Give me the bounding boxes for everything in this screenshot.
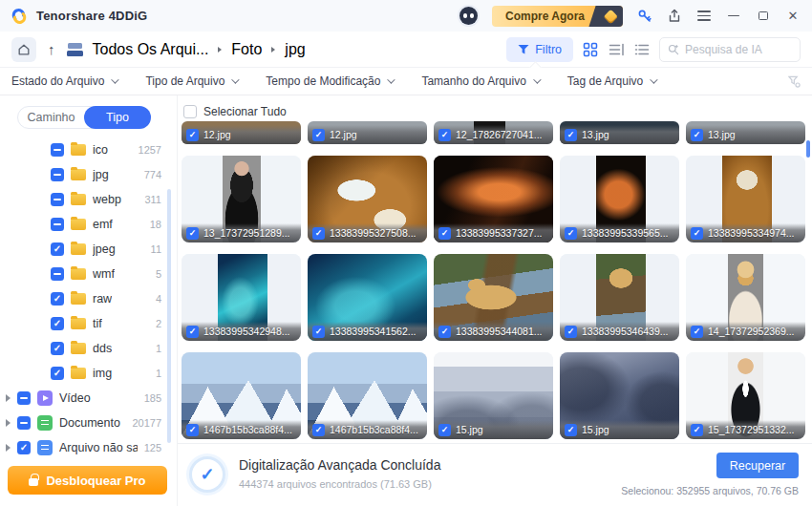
file-checkbox[interactable]: [186, 129, 199, 141]
minimize-button[interactable]: [726, 9, 741, 24]
file-checkbox[interactable]: [691, 129, 703, 141]
breadcrumb-current[interactable]: jpg: [285, 41, 305, 58]
file-tile[interactable]: 15.jpg: [434, 352, 553, 439]
filter-file-tag[interactable]: Tag de Arquivo: [567, 74, 655, 88]
breadcrumb-folder[interactable]: Foto: [231, 41, 262, 58]
file-checkbox[interactable]: [312, 129, 325, 141]
sidebar-group-document[interactable]: Documento 20177: [0, 411, 177, 435]
file-checkbox[interactable]: [565, 129, 577, 141]
file-tile[interactable]: 12.jpg: [308, 121, 427, 144]
file-checkbox[interactable]: [312, 227, 325, 240]
sidebar-item-jpeg[interactable]: jpeg 11: [0, 237, 177, 262]
checkbox[interactable]: [51, 193, 64, 206]
sidebar-scrollbar[interactable]: [167, 189, 171, 443]
file-tile[interactable]: 1467b15b3ca88f4...: [308, 352, 427, 439]
checkbox[interactable]: [51, 342, 64, 355]
expand-arrow-icon[interactable]: [6, 444, 11, 452]
sidebar-item-emf[interactable]: emf 18: [0, 212, 177, 237]
file-checkbox[interactable]: [565, 326, 577, 338]
sidebar-item-dds[interactable]: dds 1: [0, 336, 177, 361]
unlock-pro-button[interactable]: Desbloquear Pro: [8, 466, 167, 495]
assistant-bot-icon[interactable]: [459, 7, 478, 25]
filter-modified-time[interactable]: Tempo de Modificação: [266, 74, 393, 88]
file-checkbox[interactable]: [691, 326, 703, 338]
home-button[interactable]: [11, 37, 36, 62]
file-tile[interactable]: 13383995342948...: [182, 254, 301, 341]
reset-filter-icon[interactable]: [788, 75, 801, 88]
file-tile[interactable]: 15.jpg: [560, 352, 679, 439]
filter-button[interactable]: Filtro: [506, 37, 573, 62]
detail-list-view-icon[interactable]: [633, 41, 651, 58]
file-tile[interactable]: 13383995327508...: [308, 156, 427, 242]
file-checkbox[interactable]: [312, 326, 325, 338]
tab-path[interactable]: Caminho: [18, 111, 84, 124]
file-tile[interactable]: 13.jpg: [560, 121, 679, 144]
file-tile[interactable]: 13383995346439...: [560, 254, 679, 341]
sidebar-item-tif[interactable]: tif 2: [0, 311, 177, 336]
buy-now-button[interactable]: Compre Agora: [492, 6, 623, 27]
share-icon[interactable]: [667, 9, 682, 24]
file-checkbox[interactable]: [565, 227, 577, 240]
file-tile[interactable]: 13_17372951289...: [182, 156, 301, 242]
checkbox[interactable]: [51, 317, 64, 330]
grid-scrollbar[interactable]: [806, 140, 810, 158]
recover-button[interactable]: Recuperar: [716, 453, 799, 478]
sidebar-item-jpg[interactable]: jpg 774: [0, 162, 177, 187]
expand-arrow-icon[interactable]: [6, 419, 11, 427]
filter-file-type[interactable]: Tipo de Arquivo: [145, 74, 237, 88]
sidebar-item-img[interactable]: img 1: [0, 361, 177, 386]
checkbox[interactable]: [17, 416, 31, 430]
checkbox[interactable]: [51, 168, 64, 181]
checkbox[interactable]: [51, 242, 64, 256]
file-tile[interactable]: 13383995341562...: [308, 254, 427, 341]
file-checkbox[interactable]: [186, 326, 199, 338]
checkbox[interactable]: [17, 441, 31, 454]
checkbox[interactable]: [51, 218, 64, 231]
filter-file-state[interactable]: Estado do Arquivo: [11, 74, 117, 88]
list-view-icon[interactable]: [608, 41, 625, 58]
file-tile[interactable]: 13383995337327...: [434, 156, 553, 242]
sidebar-item-raw[interactable]: raw 4: [0, 286, 177, 311]
tab-type[interactable]: Tipo: [84, 106, 151, 129]
file-tile[interactable]: 13383995334974...: [686, 156, 805, 242]
license-key-icon[interactable]: [637, 9, 652, 24]
file-tile[interactable]: 12.jpg: [182, 121, 301, 144]
file-checkbox[interactable]: [186, 227, 199, 240]
file-checkbox[interactable]: [565, 424, 577, 436]
file-checkbox[interactable]: [691, 424, 703, 436]
expand-arrow-icon[interactable]: [6, 394, 11, 402]
sidebar-group-video[interactable]: Vídeo 185: [0, 386, 177, 411]
checkbox[interactable]: [51, 292, 64, 306]
checkbox[interactable]: [51, 267, 64, 281]
close-button[interactable]: ✕: [785, 9, 801, 24]
file-tile[interactable]: 15_17372951332...: [686, 352, 805, 439]
breadcrumb-root[interactable]: Todos Os Arqui...: [93, 41, 209, 58]
file-checkbox[interactable]: [438, 129, 451, 141]
file-tile[interactable]: 13383995344081...: [434, 254, 553, 341]
file-checkbox[interactable]: [691, 227, 703, 240]
file-tile[interactable]: 13.jpg: [686, 121, 805, 144]
checkbox[interactable]: [51, 367, 64, 380]
sidebar-group-unsaved[interactable]: Arquivo não sal... 125: [0, 435, 177, 460]
select-all-checkbox[interactable]: [183, 105, 197, 118]
file-checkbox[interactable]: [438, 424, 451, 436]
file-checkbox[interactable]: [186, 424, 199, 436]
file-tile[interactable]: 14_17372952369...: [686, 254, 805, 341]
grid-view-icon[interactable]: [582, 41, 599, 58]
sidebar-item-wmf[interactable]: wmf 5: [0, 262, 177, 286]
file-tile[interactable]: 1467b15b3ca88f4...: [182, 352, 301, 439]
file-tile[interactable]: 12_17826727041...: [434, 121, 553, 144]
file-tile[interactable]: 13383995339565...: [560, 156, 679, 242]
file-checkbox[interactable]: [312, 424, 325, 436]
sidebar-item-webp[interactable]: webp 311: [0, 187, 177, 212]
file-checkbox[interactable]: [438, 326, 451, 338]
sidebar-item-ico[interactable]: ico 1257: [0, 137, 177, 162]
maximize-button[interactable]: [756, 9, 771, 24]
checkbox[interactable]: [17, 391, 31, 405]
filter-file-size[interactable]: Tamanho do Arquivo: [421, 74, 538, 88]
navigate-up-icon[interactable]: ↑: [46, 41, 57, 57]
search-input[interactable]: [685, 43, 792, 56]
file-checkbox[interactable]: [438, 227, 451, 240]
menu-icon[interactable]: [696, 9, 712, 24]
checkbox[interactable]: [51, 143, 64, 157]
